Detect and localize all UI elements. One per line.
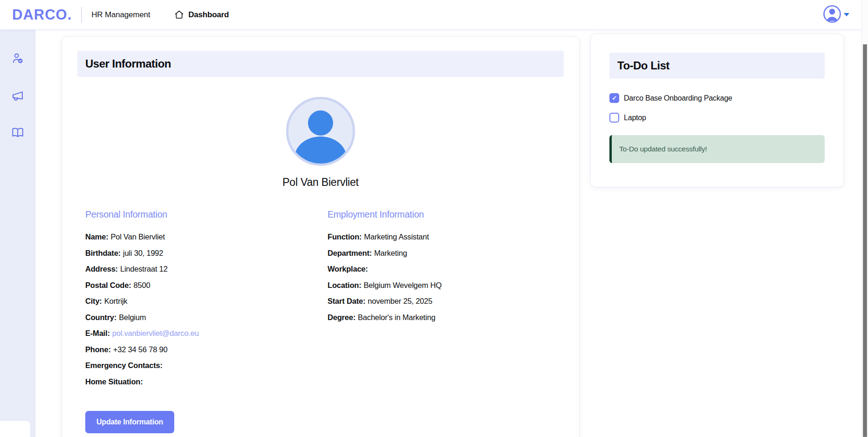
field-value: november 25, 2025 bbox=[368, 297, 432, 305]
todo-item: ✓ Laptop bbox=[609, 113, 825, 123]
field-label: Emergency Contacts: bbox=[85, 361, 163, 369]
field-label: Start Date: bbox=[328, 297, 365, 305]
employment-information-heading: Employment Information bbox=[328, 209, 556, 220]
sidebar bbox=[0, 30, 35, 437]
field-row: Emergency Contacts: bbox=[85, 361, 328, 370]
avatar-head-shape bbox=[308, 110, 333, 136]
field-label: Country: bbox=[85, 313, 116, 321]
account-menu-button[interactable] bbox=[823, 5, 849, 25]
todo-items: ✓ Darco Base Onboarding Package ✓ Laptop bbox=[609, 93, 825, 123]
field-row: Workplace: bbox=[328, 265, 556, 273]
field-label: Phone: bbox=[85, 345, 111, 354]
avatar-shoulders-shape bbox=[294, 137, 347, 166]
todo-list-card: To-Do List ✓ Darco Base Onboarding Packa… bbox=[590, 34, 844, 187]
field-row: Address:Lindestraat 12 bbox=[85, 265, 328, 273]
user-information-card: User Information Pol Van Biervliet Perso… bbox=[62, 36, 580, 437]
page-scrollbar-track[interactable] bbox=[861, 0, 868, 437]
field-row: Department:Marketing bbox=[328, 249, 556, 258]
field-row: City:Kortrijk bbox=[85, 297, 328, 306]
field-value: Marketing Assistant bbox=[364, 232, 429, 241]
user-information-title: User Information bbox=[77, 51, 564, 77]
field-row: Degree:Bachelor's in Marketing bbox=[328, 313, 556, 322]
field-label: Birthdate: bbox=[85, 249, 121, 257]
personal-information-section: Personal Information Name:Pol Van Biervl… bbox=[85, 209, 328, 393]
header-divider bbox=[81, 7, 82, 23]
profile-avatar bbox=[286, 97, 355, 166]
field-row: Country:Belgium bbox=[85, 313, 328, 322]
field-label: Location: bbox=[328, 281, 361, 289]
field-value: juli 30, 1992 bbox=[123, 249, 163, 257]
page-scrollbar-thumb[interactable] bbox=[863, 44, 867, 437]
personal-information-heading: Personal Information bbox=[85, 209, 328, 220]
employment-fields: Function:Marketing Assistant Department:… bbox=[328, 232, 556, 322]
field-label: Workplace: bbox=[328, 265, 368, 273]
field-label: Postal Code: bbox=[85, 281, 131, 289]
field-value: 8500 bbox=[133, 281, 150, 289]
field-value: Belgium Wevelgem HQ bbox=[363, 281, 441, 289]
sidebar-item-handbook[interactable] bbox=[11, 126, 24, 139]
field-value: Belgium bbox=[119, 313, 146, 321]
field-label: Degree: bbox=[328, 313, 355, 321]
todo-checkbox[interactable]: ✓ bbox=[609, 93, 619, 103]
field-row: Function:Marketing Assistant bbox=[328, 232, 556, 241]
field-label: City: bbox=[85, 297, 102, 305]
user-avatar-icon bbox=[823, 5, 841, 25]
info-columns: Personal Information Name:Pol Van Biervl… bbox=[77, 209, 564, 393]
field-label: Address: bbox=[85, 265, 118, 273]
nav-dashboard[interactable]: Dashboard bbox=[174, 10, 229, 20]
field-row: Birthdate:juli 30, 1992 bbox=[85, 249, 328, 258]
check-icon: ✓ bbox=[612, 95, 617, 101]
nav-dashboard-label: Dashboard bbox=[188, 10, 229, 20]
darco-logo[interactable]: DARCO. bbox=[12, 7, 72, 23]
field-row: Location:Belgium Wevelgem HQ bbox=[328, 281, 556, 290]
field-row: Home Situation: bbox=[85, 377, 328, 386]
field-row: Start Date:november 25, 2025 bbox=[328, 297, 556, 306]
todo-checkbox[interactable]: ✓ bbox=[609, 113, 619, 123]
home-icon bbox=[174, 10, 184, 20]
todo-item: ✓ Darco Base Onboarding Package bbox=[609, 93, 825, 103]
field-value: Marketing bbox=[374, 249, 407, 257]
field-label: Home Situation: bbox=[85, 377, 143, 386]
field-value: Lindestraat 12 bbox=[120, 265, 168, 273]
todo-list-title: To-Do List bbox=[609, 53, 825, 79]
sidebar-item-announcements[interactable] bbox=[11, 89, 24, 102]
field-value: Bachelor's in Marketing bbox=[358, 313, 435, 321]
field-label: Department: bbox=[328, 249, 372, 257]
todo-item-label: Darco Base Onboarding Package bbox=[624, 94, 732, 102]
personal-fields: Name:Pol Van Biervliet Birthdate:juli 30… bbox=[85, 232, 328, 386]
field-row: Phone:+32 34 56 78 90 bbox=[85, 345, 328, 354]
field-value: Kortrijk bbox=[104, 297, 128, 305]
field-label: Function: bbox=[328, 232, 362, 241]
status-tooltip bbox=[0, 420, 31, 437]
top-header: DARCO. HR Management Dashboard bbox=[0, 0, 868, 30]
todo-success-message: To-Do updated successfully! bbox=[609, 135, 825, 163]
field-row: E-Mail:pol.vanbiervliet@darco.eu bbox=[85, 329, 328, 338]
profile-avatar-wrap bbox=[77, 97, 564, 166]
field-label: E-Mail: bbox=[85, 329, 110, 337]
field-value: +32 34 56 78 90 bbox=[113, 345, 168, 354]
employment-information-section: Employment Information Function:Marketin… bbox=[328, 209, 556, 393]
field-value: Pol Van Biervliet bbox=[110, 232, 164, 241]
app-name: HR Management bbox=[91, 10, 150, 20]
profile-name: Pol Van Biervliet bbox=[77, 176, 564, 189]
update-information-button[interactable]: Update Information bbox=[85, 411, 174, 433]
field-label: Name: bbox=[85, 232, 108, 241]
field-row: Name:Pol Van Biervliet bbox=[85, 232, 328, 241]
todo-item-label: Laptop bbox=[624, 114, 646, 122]
field-value: pol.vanbiervliet@darco.eu bbox=[112, 329, 199, 337]
field-row: Postal Code:8500 bbox=[85, 281, 328, 290]
chevron-down-icon bbox=[844, 13, 849, 16]
sidebar-item-employees[interactable] bbox=[11, 52, 24, 65]
